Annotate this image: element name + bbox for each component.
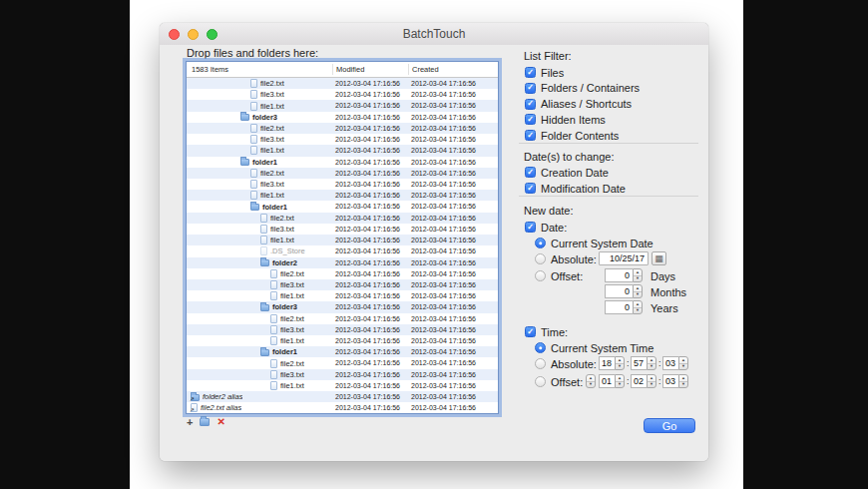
stepper-arrows-icon[interactable]: ▲▼	[633, 268, 643, 282]
column-header-items[interactable]: 1583 Items	[192, 62, 228, 77]
column-header-modified[interactable]: Modified	[336, 62, 364, 77]
seconds-stepper[interactable]: 03 ▲▼	[662, 356, 688, 370]
months-stepper[interactable]: 0 ▲▼	[605, 284, 643, 298]
table-row[interactable]: file2.txt 2012-03-04 17:16:56 2012-03-04…	[187, 268, 498, 279]
checkbox-label: Hidden Items	[541, 114, 606, 126]
table-row[interactable]: file1.txt 2012-03-04 17:16:56 2012-03-04…	[187, 100, 498, 111]
stepper-arrows-icon[interactable]: ▲▼	[678, 374, 688, 388]
offset-time-row[interactable]: Offset:	[535, 375, 583, 388]
table-row[interactable]: .DS_Store 2012-03-04 17:16:56 2012-03-04…	[187, 245, 498, 256]
folder-icon	[260, 259, 269, 266]
created-date: 2012-03-04 17:16:56	[411, 78, 476, 89]
table-row[interactable]: file2.txt 2012-03-04 17:16:56 2012-03-04…	[187, 168, 498, 179]
add-folder-icon[interactable]	[200, 418, 210, 426]
absolute-time-row[interactable]: Absolute:	[535, 357, 597, 370]
filter-hidden-items-row[interactable]: ✓ Hidden Items	[525, 113, 606, 126]
offset-time-radio[interactable]	[535, 376, 546, 387]
table-row[interactable]: file1.txt 2012-03-04 17:16:56 2012-03-04…	[187, 145, 498, 156]
table-row[interactable]: file2.txt 2012-03-04 17:16:56 2012-03-04…	[187, 313, 498, 324]
stepper-arrows-icon[interactable]: ▲▼	[586, 374, 596, 388]
table-row[interactable]: file1.txt 2012-03-04 17:16:56 2012-03-04…	[187, 190, 498, 201]
stepper-arrows-icon[interactable]: ▲▼	[633, 284, 643, 298]
date-checkbox[interactable]: ✓	[525, 222, 536, 233]
time-checkbox-row[interactable]: ✓ Time:	[525, 325, 568, 338]
absolute-date-row[interactable]: Absolute:	[535, 252, 597, 265]
table-row[interactable]: folder2 alias 2012-03-04 17:16:56 2012-0…	[187, 391, 498, 402]
offset-date-row[interactable]: Offset:	[535, 269, 583, 282]
table-row[interactable]: file3.txt 2012-03-04 17:16:56 2012-03-04…	[187, 89, 498, 100]
hours-stepper[interactable]: 18 ▲▼	[599, 356, 625, 370]
table-row[interactable]: file2.txt 2012-03-04 17:16:56 2012-03-04…	[187, 213, 498, 224]
stepper-arrows-icon[interactable]: ▲▼	[647, 356, 656, 370]
table-row[interactable]: file1.txt 2012-03-04 17:16:56 2012-03-04…	[187, 235, 498, 245]
zoom-button[interactable]	[207, 29, 217, 40]
file-name: file2.txt	[280, 314, 304, 323]
offset-seconds-stepper[interactable]: 03 ▲▼	[662, 374, 688, 388]
stepper-arrows-icon[interactable]: ▲▼	[615, 356, 625, 370]
created-date: 2012-03-04 17:16:56	[411, 235, 476, 245]
absolute-date-radio[interactable]	[535, 253, 546, 264]
absolute-time-radio[interactable]	[535, 358, 546, 369]
filter-folder-contents-checkbox[interactable]: ✓	[525, 130, 536, 141]
absolute-date-field[interactable]: 10/25/17	[599, 251, 649, 265]
window-titlebar[interactable]: BatchTouch	[160, 23, 708, 46]
filter-files-checkbox[interactable]: ✓	[525, 67, 536, 78]
column-header-created[interactable]: Created	[412, 62, 439, 77]
current-system-date-row[interactable]: Current System Date	[535, 237, 653, 249]
date-checkbox-row[interactable]: ✓ Date:	[525, 221, 567, 234]
table-row[interactable]: file3.txt 2012-03-04 17:16:56 2012-03-04…	[187, 324, 498, 335]
table-row[interactable]: file3.txt 2012-03-04 17:16:56 2012-03-04…	[187, 179, 498, 190]
filter-folders-containers-checkbox[interactable]: ✓	[525, 83, 536, 94]
filter-hidden-items-checkbox[interactable]: ✓	[525, 114, 536, 125]
table-row[interactable]: folder2 2012-03-04 17:16:56 2012-03-04 1…	[187, 257, 498, 268]
datechange-creation-date-checkbox[interactable]: ✓	[525, 167, 536, 178]
table-row[interactable]: file1.txt 2012-03-04 17:16:56 2012-03-04…	[187, 335, 498, 346]
go-button[interactable]: Go	[644, 418, 695, 433]
current-system-time-row[interactable]: Current System Time	[535, 341, 653, 354]
datechange-modification-date-checkbox[interactable]: ✓	[525, 183, 536, 194]
offset-date-radio[interactable]	[535, 270, 546, 281]
stepper-arrows-icon[interactable]: ▲▼	[647, 374, 656, 388]
table-row[interactable]: file2.txt 2012-03-04 17:16:56 2012-03-04…	[187, 357, 498, 368]
table-row[interactable]: file1.txt 2012-03-04 17:16:56 2012-03-04…	[187, 380, 498, 391]
minimize-button[interactable]	[188, 29, 199, 40]
table-row[interactable]: folder1 2012-03-04 17:16:56 2012-03-04 1…	[187, 157, 498, 168]
file-name: folder2 alias	[203, 392, 242, 401]
stepper-arrows-icon[interactable]: ▲▼	[615, 374, 625, 388]
current-system-date-radio[interactable]	[535, 238, 546, 248]
close-button[interactable]	[169, 29, 180, 40]
filter-files-row[interactable]: ✓ Files	[525, 66, 564, 79]
years-stepper[interactable]: 0 ▲▼	[605, 300, 643, 314]
remove-icon[interactable]: ✕	[217, 416, 224, 428]
sign-stepper[interactable]: ▲▼	[586, 374, 596, 388]
table-row[interactable]: file3.txt 2012-03-04 17:16:56 2012-03-04…	[187, 279, 498, 290]
calendar-icon[interactable]: ▦	[651, 251, 666, 265]
filter-folder-contents-row[interactable]: ✓ Folder Contents	[525, 129, 619, 142]
minutes-stepper[interactable]: 57 ▲▼	[631, 356, 656, 370]
time-checkbox[interactable]: ✓	[525, 326, 536, 337]
filter-folders-containers-row[interactable]: ✓ Folders / Containers	[525, 82, 640, 95]
current-system-time-radio[interactable]	[535, 342, 546, 353]
days-stepper[interactable]: 0 ▲▼	[605, 268, 643, 282]
table-row[interactable]: file3.txt 2012-03-04 17:16:56 2012-03-04…	[187, 224, 498, 235]
file-list[interactable]: 1583 Items Modified Created file2.txt 20…	[186, 61, 499, 414]
table-row[interactable]: file1.txt 2012-03-04 17:16:56 2012-03-04…	[187, 290, 498, 301]
filter-aliases-shortcuts-checkbox[interactable]: ✓	[525, 99, 536, 110]
table-row[interactable]: file2.txt 2012-03-04 17:16:56 2012-03-04…	[187, 123, 498, 134]
offset-minutes-stepper[interactable]: 02 ▲▼	[631, 374, 656, 388]
filter-aliases-shortcuts-row[interactable]: ✓ Aliases / Shortcuts	[525, 98, 632, 111]
datechange-modification-date-row[interactable]: ✓ Modification Date	[525, 182, 626, 195]
table-row[interactable]: file3.txt 2012-03-04 17:16:56 2012-03-04…	[187, 134, 498, 145]
table-row[interactable]: folder1 2012-03-04 17:16:56 2012-03-04 1…	[187, 346, 498, 357]
stepper-arrows-icon[interactable]: ▲▼	[633, 300, 643, 314]
offset-hours-stepper[interactable]: 01 ▲▼	[599, 374, 625, 388]
add-icon[interactable]: +	[187, 416, 193, 428]
table-row[interactable]: file3.txt 2012-03-04 17:16:56 2012-03-04…	[187, 369, 498, 380]
table-row[interactable]: file2.txt 2012-03-04 17:16:56 2012-03-04…	[187, 78, 498, 89]
table-row[interactable]: folder3 2012-03-04 17:16:56 2012-03-04 1…	[187, 301, 498, 312]
table-row[interactable]: folder1 2012-03-04 17:16:56 2012-03-04 1…	[187, 201, 498, 212]
datechange-creation-date-row[interactable]: ✓ Creation Date	[525, 166, 609, 179]
table-row[interactable]: folder3 2012-03-04 17:16:56 2012-03-04 1…	[187, 112, 498, 123]
stepper-arrows-icon[interactable]: ▲▼	[678, 356, 688, 370]
table-row[interactable]: file2.txt alias 2012-03-04 17:16:56 2012…	[187, 402, 498, 413]
